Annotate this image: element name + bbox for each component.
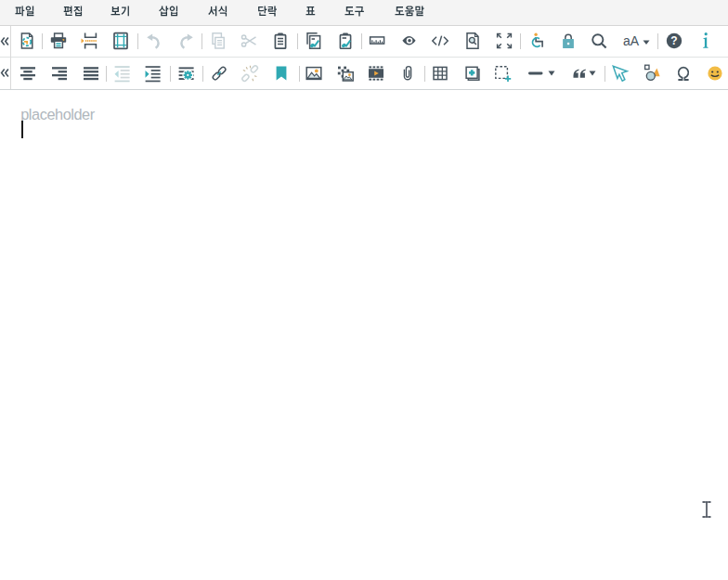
svg-text:?: ? [670,34,677,47]
